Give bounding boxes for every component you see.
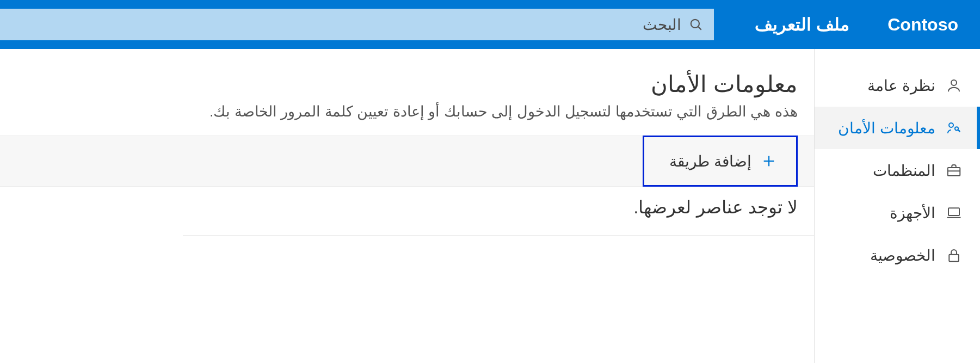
page-subtitle: هذه هي الطرق التي تستخدمها لتسجيل الدخول… [0,103,814,136]
sidebar-item-organizations[interactable]: المنظمات [815,149,980,192]
app-title: ملف التعريف [728,14,871,35]
svg-rect-6 [948,208,959,216]
sidebar-item-label: معلومات الأمان [838,119,935,137]
brand-name: Contoso [871,15,980,35]
sidebar-item-overview[interactable]: نظرة عامة [815,64,980,107]
svg-point-4 [955,127,958,130]
key-person-icon [945,119,963,137]
sidebar-item-label: الخصوصية [870,247,935,264]
briefcase-icon [945,162,963,179]
laptop-icon [945,204,963,222]
svg-line-1 [699,27,701,29]
add-method-row: إضافة طريقة [0,136,814,187]
empty-state-message: لا توجد عناصر لعرضها. [183,187,814,236]
svg-point-3 [949,123,953,127]
svg-rect-7 [949,255,959,262]
sidebar-item-devices[interactable]: الأجهزة [815,192,980,234]
person-icon [945,77,963,94]
add-method-button[interactable]: إضافة طريقة [643,136,798,187]
sidebar-item-label: نظرة عامة [867,77,935,95]
search-icon [689,17,703,32]
plus-icon [761,153,776,169]
sidebar-item-privacy[interactable]: الخصوصية [815,234,980,276]
search-input[interactable]: البحث [0,9,714,40]
sidebar-item-label: المنظمات [873,162,935,180]
search-placeholder: البحث [643,16,681,34]
svg-point-2 [951,80,957,85]
add-method-label: إضافة طريقة [669,152,751,170]
sidebar-item-security-info[interactable]: معلومات الأمان [815,107,980,149]
lock-icon [945,247,963,264]
sidebar: نظرة عامة معلومات الأمان [814,49,980,363]
svg-point-0 [691,20,699,28]
search-container: البحث [0,9,728,40]
app-header: Contoso ملف التعريف البحث [0,0,980,49]
main-content: معلومات الأمان هذه هي الطرق التي تستخدمه… [0,49,814,363]
page-title: معلومات الأمان [0,71,814,103]
sidebar-item-label: الأجهزة [890,204,935,222]
svg-rect-5 [948,168,960,176]
